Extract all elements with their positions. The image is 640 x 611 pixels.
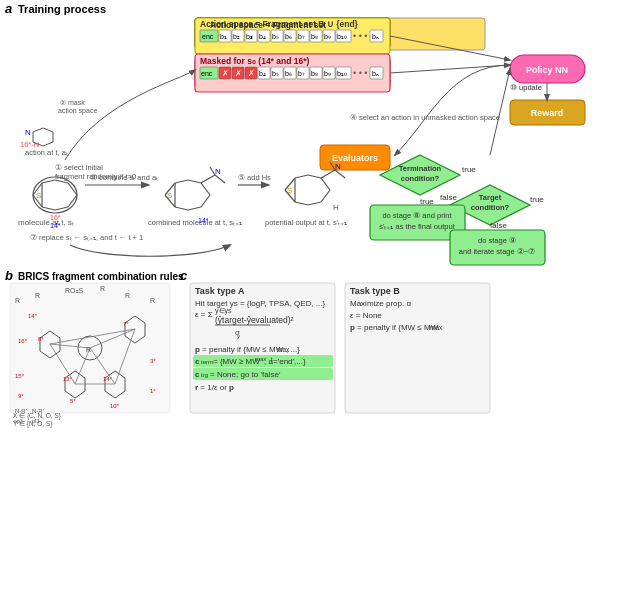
svg-text:Maximize prop. α: Maximize prop. α bbox=[350, 299, 411, 308]
svg-text:N: N bbox=[25, 128, 31, 137]
svg-text:Reward: Reward bbox=[531, 108, 564, 118]
svg-text:④ select an action in unmasked: ④ select an action in unmasked action sp… bbox=[350, 113, 500, 122]
svg-text:b₇: b₇ bbox=[298, 33, 305, 40]
svg-text:b₈: b₈ bbox=[311, 33, 318, 40]
svg-text:bₙ: bₙ bbox=[372, 33, 379, 40]
svg-text:3*: 3* bbox=[150, 358, 156, 364]
svg-text:p = penalty if {MW ≤ MW: p = penalty if {MW ≤ MW bbox=[350, 323, 439, 332]
svg-text:S: S bbox=[36, 191, 41, 200]
svg-text:✗: ✗ bbox=[235, 69, 242, 78]
figure-svg: a Training process Action space = Fragme… bbox=[0, 0, 640, 611]
svg-text:R: R bbox=[150, 297, 155, 304]
svg-text:= None; go to 'false': = None; go to 'false' bbox=[210, 370, 281, 379]
svg-text:b₆: b₆ bbox=[285, 33, 292, 40]
svg-text:c: c bbox=[180, 268, 188, 283]
svg-text:• • •: • • • bbox=[353, 68, 367, 78]
svg-text:① select initial: ① select initial bbox=[55, 163, 103, 172]
svg-text:potential output at t, s'ₜ₊₁: potential output at t, s'ₜ₊₁ bbox=[265, 218, 347, 227]
svg-text:S: S bbox=[287, 186, 292, 195]
svg-text:N: N bbox=[215, 167, 221, 176]
svg-text:7*: 7* bbox=[123, 321, 129, 327]
svg-text:action space: action space bbox=[58, 107, 97, 115]
svg-text:molecule at t, sₜ: molecule at t, sₜ bbox=[18, 218, 74, 227]
svg-text:s'ₜ₊₁ as the final output: s'ₜ₊₁ as the final output bbox=[379, 222, 455, 231]
svg-text:Masked for s₀ (14* and 16*): Masked for s₀ (14* and 16*) bbox=[200, 56, 310, 66]
svg-text:true: true bbox=[462, 165, 476, 174]
svg-text:max: max bbox=[430, 324, 443, 331]
svg-text:b₂: b₂ bbox=[233, 33, 240, 40]
svg-text:Task type A: Task type A bbox=[195, 286, 245, 296]
svg-text:N: N bbox=[335, 162, 341, 171]
svg-text:⑦ replace sₜ ← sₜ₊₁, and t ← t: ⑦ replace sₜ ← sₜ₊₁, and t ← t + 1 bbox=[30, 233, 143, 242]
svg-text:b: b bbox=[5, 268, 13, 283]
svg-text:b₉: b₉ bbox=[324, 70, 331, 77]
svg-text:b₁₀: b₁₀ bbox=[337, 70, 347, 77]
svg-text:H: H bbox=[333, 203, 339, 212]
svg-text:condition?: condition? bbox=[401, 174, 440, 183]
svg-text:b₃: b₃ bbox=[246, 33, 253, 40]
svg-text:sp3: sp3 bbox=[14, 418, 23, 424]
svg-text:Task type B: Task type B bbox=[350, 286, 400, 296]
svg-text:true: true bbox=[420, 197, 434, 206]
svg-text:13*: 13* bbox=[63, 376, 73, 382]
svg-text:false: false bbox=[440, 193, 457, 202]
svg-text:1*: 1* bbox=[150, 388, 156, 394]
svg-text:R: R bbox=[15, 297, 20, 304]
svg-text:Policy NN: Policy NN bbox=[526, 65, 568, 75]
svg-text:ε = Σ: ε = Σ bbox=[195, 310, 213, 319]
svg-text:and iterate stage ②~⑦: and iterate stage ②~⑦ bbox=[459, 247, 535, 256]
svg-text:ε = None: ε = None bbox=[350, 311, 382, 320]
svg-text:='end',...}: ='end',...} bbox=[273, 357, 306, 366]
svg-text:= {MW ≥ MW: = {MW ≥ MW bbox=[213, 357, 260, 366]
svg-text:b₄: b₄ bbox=[259, 70, 266, 77]
svg-text:pl3: pl3 bbox=[32, 418, 39, 424]
svg-text:do stage ⑧ and print: do stage ⑧ and print bbox=[382, 211, 452, 220]
svg-text:y∈ys: y∈ys bbox=[215, 307, 232, 315]
svg-text:c: c bbox=[195, 357, 200, 366]
svg-text:y: y bbox=[237, 333, 240, 339]
svg-text:b₉: b₉ bbox=[324, 33, 331, 40]
svg-text:• • •: • • • bbox=[353, 31, 367, 41]
svg-text:③ combine sₜ and aₜ: ③ combine sₜ and aₜ bbox=[90, 173, 158, 182]
svg-text:5*: 5* bbox=[70, 398, 76, 404]
svg-text:N-R': N-R' bbox=[15, 408, 27, 414]
svg-text:b₅: b₅ bbox=[272, 70, 279, 77]
svg-text:bₙ: bₙ bbox=[372, 70, 379, 77]
svg-text:② mask: ② mask bbox=[60, 99, 85, 106]
svg-text:a: a bbox=[5, 1, 12, 16]
svg-text:b₁: b₁ bbox=[220, 33, 227, 40]
svg-text:N-R': N-R' bbox=[32, 408, 44, 414]
svg-text:8*: 8* bbox=[38, 336, 44, 342]
svg-text:true: true bbox=[530, 195, 544, 204]
svg-text:b₄: b₄ bbox=[259, 33, 266, 40]
svg-text:false: false bbox=[490, 221, 507, 230]
svg-text:Target: Target bbox=[479, 193, 502, 202]
svg-text:term: term bbox=[201, 359, 213, 365]
svg-text:action at t, aₜ: action at t, aₜ bbox=[25, 148, 68, 157]
svg-text:combined molecule at t, sₜ₊₁: combined molecule at t, sₜ₊₁ bbox=[148, 218, 242, 227]
page-container: a Training process Action space = Fragme… bbox=[0, 0, 640, 611]
svg-text:, ...}: , ...} bbox=[286, 345, 300, 354]
svg-text:15*: 15* bbox=[15, 373, 25, 379]
svg-text:c: c bbox=[195, 370, 200, 379]
svg-text:✗: ✗ bbox=[248, 69, 255, 78]
svg-text:9*: 9* bbox=[18, 393, 24, 399]
svg-text:16*: 16* bbox=[18, 338, 28, 344]
svg-text:r = 1/ε or p: r = 1/ε or p bbox=[195, 383, 234, 392]
svg-text:b₅: b₅ bbox=[272, 33, 279, 40]
svg-text:⑤ add Hs: ⑤ add Hs bbox=[238, 173, 271, 182]
svg-text:BRICS fragment combination rul: BRICS fragment combination rules bbox=[18, 271, 184, 282]
svg-text:condition?: condition? bbox=[471, 203, 510, 212]
svg-text:b₆: b₆ bbox=[285, 70, 292, 77]
svg-text:R: R bbox=[35, 292, 40, 299]
svg-text:trg: trg bbox=[201, 372, 208, 378]
svg-text:Training process: Training process bbox=[18, 3, 106, 15]
svg-text:(ŷtarget-ŷevaluated)²: (ŷtarget-ŷevaluated)² bbox=[215, 315, 294, 325]
svg-text:Action space = Fragment set B : Action space = Fragment set B ∪ {end} bbox=[200, 19, 359, 29]
svg-text:S: S bbox=[167, 191, 172, 200]
svg-text:p = penalty if {MW ≤ MW: p = penalty if {MW ≤ MW bbox=[195, 345, 284, 354]
svg-text:⑩ update: ⑩ update bbox=[510, 83, 542, 92]
svg-text:Termination: Termination bbox=[399, 164, 442, 173]
svg-text:R: R bbox=[100, 285, 105, 292]
svg-text:b₇: b₇ bbox=[298, 70, 305, 77]
